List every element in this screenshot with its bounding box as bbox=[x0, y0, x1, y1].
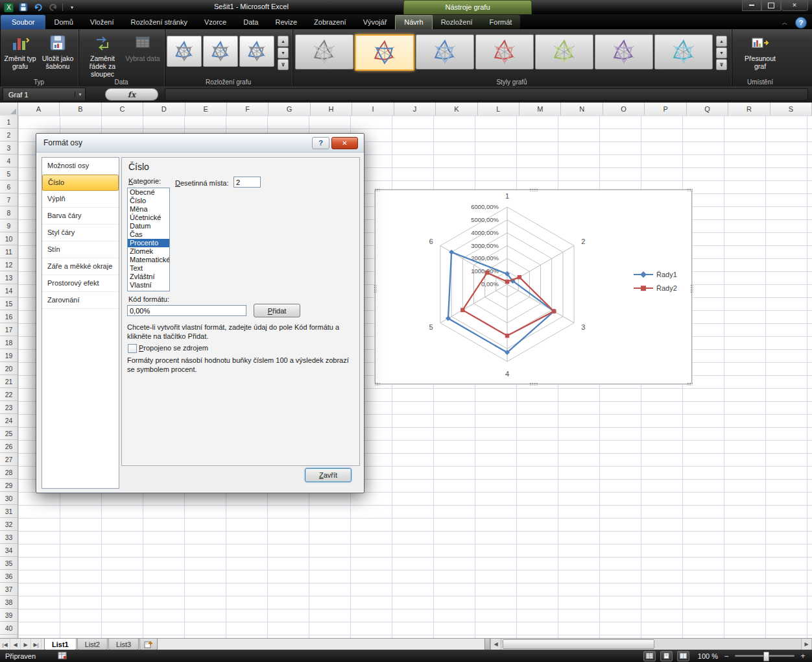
next-sheet-icon[interactable]: ▶ bbox=[21, 639, 31, 650]
chart-style-3[interactable] bbox=[416, 34, 474, 69]
formula-input[interactable] bbox=[165, 88, 808, 101]
row-header-29[interactable]: 29 bbox=[0, 479, 18, 492]
category-item-měna[interactable]: Měna bbox=[128, 205, 169, 214]
row-header-19[interactable]: 19 bbox=[0, 349, 18, 362]
dialog-nav-styl-čáry[interactable]: Styl čáry bbox=[42, 225, 119, 241]
minimize-button[interactable] bbox=[742, 0, 761, 11]
dialog-nav-záře-a-měkké-okraje[interactable]: Záře a měkké okraje bbox=[42, 258, 119, 275]
zoom-in-icon[interactable]: + bbox=[799, 652, 807, 661]
tab-vzorce[interactable]: Vzorce bbox=[196, 15, 235, 29]
sheet-tab-list1[interactable]: List1 bbox=[44, 639, 77, 650]
column-header-J[interactable]: J bbox=[394, 103, 436, 116]
category-item-účetnické[interactable]: Účetnické bbox=[128, 214, 169, 222]
chart-layout-2[interactable] bbox=[203, 36, 238, 67]
category-item-obecné[interactable]: Obecné bbox=[128, 188, 169, 197]
row-header-7[interactable]: 7 bbox=[0, 193, 18, 206]
row-header-31[interactable]: 31 bbox=[0, 505, 18, 518]
column-header-R[interactable]: R bbox=[728, 103, 770, 116]
category-item-čas[interactable]: Čas bbox=[128, 230, 169, 239]
chart-object[interactable]: 6000,00%5000,00%4000,00%3000,00%2000,00%… bbox=[375, 190, 692, 384]
row-header-34[interactable]: 34 bbox=[0, 544, 18, 557]
row-header-39[interactable]: 39 bbox=[0, 609, 18, 622]
minimize-ribbon-icon[interactable]: ︿ bbox=[780, 19, 790, 27]
legend-entry-řady1[interactable]: Řady1 bbox=[634, 271, 677, 278]
selection-handle[interactable] bbox=[690, 284, 693, 293]
row-header-35[interactable]: 35 bbox=[0, 557, 18, 570]
chart-style-5[interactable] bbox=[535, 34, 593, 69]
row-header-24[interactable]: 24 bbox=[0, 414, 18, 427]
zoom-slider[interactable] bbox=[735, 655, 794, 657]
linked-to-source-checkbox[interactable] bbox=[128, 344, 137, 353]
selection-handle[interactable] bbox=[529, 188, 538, 191]
row-header-6[interactable]: 6 bbox=[0, 180, 18, 193]
row-header-21[interactable]: 21 bbox=[0, 375, 18, 388]
help-icon[interactable]: ? bbox=[795, 17, 807, 29]
selection-handle[interactable] bbox=[374, 382, 380, 386]
tab-vložení[interactable]: Vložení bbox=[82, 15, 123, 29]
tab-split-handle[interactable] bbox=[484, 639, 490, 650]
tab-rozložení[interactable]: Rozložení bbox=[433, 15, 481, 29]
row-header-40[interactable]: 40 bbox=[0, 622, 18, 635]
chart-layout-3[interactable] bbox=[239, 36, 274, 67]
move-chart-button[interactable]: Přesunout graf bbox=[742, 32, 778, 79]
name-box-dropdown-icon[interactable]: ▾ bbox=[75, 92, 85, 97]
tab-zobrazení[interactable]: Zobrazení bbox=[305, 15, 355, 29]
page-layout-view-icon[interactable] bbox=[660, 651, 673, 661]
macro-record-icon[interactable] bbox=[58, 652, 67, 661]
category-item-text[interactable]: Text bbox=[128, 264, 169, 273]
decimal-places-input[interactable] bbox=[233, 177, 261, 188]
page-break-view-icon[interactable] bbox=[677, 651, 689, 661]
row-header-1[interactable]: 1 bbox=[0, 116, 18, 129]
dialog-nav-zarovnání[interactable]: Zarovnání bbox=[42, 292, 119, 309]
tab-domů[interactable]: Domů bbox=[45, 15, 81, 29]
tab-revize[interactable]: Revize bbox=[267, 15, 305, 29]
selection-handle[interactable] bbox=[687, 188, 693, 191]
change-chart-type-button[interactable]: Změnit typ grafu bbox=[2, 32, 38, 79]
qat-customize-icon[interactable]: ▾ bbox=[66, 2, 78, 12]
first-sheet-icon[interactable]: |◀ bbox=[0, 639, 10, 650]
category-item-zlomek[interactable]: Zlomek bbox=[128, 247, 169, 256]
tab-rozložení-stránky[interactable]: Rozložení stránky bbox=[123, 15, 196, 29]
insert-worksheet-icon[interactable] bbox=[139, 639, 158, 650]
column-header-Q[interactable]: Q bbox=[687, 103, 728, 116]
last-sheet-icon[interactable]: ▶| bbox=[31, 639, 42, 650]
dialog-nav-prostorový-efekt[interactable]: Prostorový efekt bbox=[42, 275, 119, 292]
chart-style-7[interactable] bbox=[654, 34, 713, 69]
redo-icon[interactable] bbox=[47, 2, 59, 12]
row-header-10[interactable]: 10 bbox=[0, 232, 18, 245]
column-header-O[interactable]: O bbox=[603, 103, 645, 116]
sheet-tab-list2[interactable]: List2 bbox=[77, 639, 108, 650]
maximize-button[interactable] bbox=[761, 0, 781, 11]
chart-style-4[interactable] bbox=[475, 34, 534, 69]
column-header-N[interactable]: N bbox=[561, 103, 603, 116]
close-dialog-button[interactable]: Zavřít bbox=[305, 468, 352, 482]
column-header-D[interactable]: D bbox=[143, 103, 185, 116]
zoom-level-label[interactable]: 100 % bbox=[698, 652, 718, 660]
dialog-nav-číslo[interactable]: Číslo bbox=[42, 175, 119, 191]
row-header-16[interactable]: 16 bbox=[0, 310, 18, 323]
column-header-M[interactable]: M bbox=[519, 103, 561, 116]
normal-view-icon[interactable] bbox=[643, 651, 656, 661]
column-header-F[interactable]: F bbox=[227, 103, 269, 116]
dialog-nav-možnosti-osy[interactable]: Možnosti osy bbox=[42, 158, 119, 175]
row-header-38[interactable]: 38 bbox=[0, 596, 18, 609]
sheet-tab-list3[interactable]: List3 bbox=[108, 639, 139, 650]
category-item-matematické[interactable]: Matematické bbox=[128, 256, 169, 264]
selection-handle[interactable] bbox=[687, 382, 693, 386]
switch-row-column-button[interactable]: Zaměnit řádek za sloupec bbox=[82, 32, 123, 79]
column-header-I[interactable]: I bbox=[352, 103, 394, 116]
excel-app-icon[interactable]: X bbox=[3, 2, 14, 12]
row-header-18[interactable]: 18 bbox=[0, 336, 18, 349]
column-header-B[interactable]: B bbox=[60, 103, 101, 116]
save-icon[interactable] bbox=[18, 2, 29, 12]
row-header-37[interactable]: 37 bbox=[0, 583, 18, 596]
hscroll-right-icon[interactable]: ▶ bbox=[801, 639, 812, 650]
row-header-13[interactable]: 13 bbox=[0, 271, 18, 284]
selection-handle[interactable] bbox=[529, 382, 538, 386]
row-header-11[interactable]: 11 bbox=[0, 245, 18, 258]
column-header-C[interactable]: C bbox=[102, 103, 143, 116]
row-header-36[interactable]: 36 bbox=[0, 570, 18, 583]
row-header-23[interactable]: 23 bbox=[0, 401, 18, 414]
column-header-G[interactable]: G bbox=[269, 103, 310, 116]
row-header-27[interactable]: 27 bbox=[0, 453, 18, 466]
